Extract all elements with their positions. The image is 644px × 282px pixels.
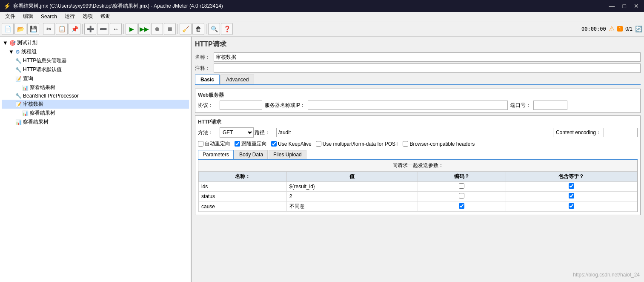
tree-label-thread-group: 线程组 [21, 48, 37, 55]
gear-icon: ⚙ [15, 49, 20, 55]
encoding-label: Content encoding： [556, 129, 601, 136]
keepalive-label: Use KeepAlive [278, 141, 312, 147]
tree-item-result-tree-2[interactable]: 📊 察看结果树 [2, 109, 189, 118]
close-button[interactable]: ✕ [632, 3, 641, 9]
menu-run[interactable]: 运行 [61, 12, 78, 21]
chart-icon-2: 📊 [22, 110, 29, 116]
table-row: status 2 [199, 192, 637, 201]
tree-item-beanshell[interactable]: 🔧 BeanShell PreProcessor [2, 92, 189, 100]
params-table: 名称： 值 编码？ 包含等于？ ids ${result_id} [198, 171, 637, 212]
toolbar-sep-2 [82, 24, 83, 34]
comment-label: 注释： [195, 65, 212, 72]
menu-file[interactable]: 文件 [2, 12, 19, 21]
save-button[interactable]: 💾 [27, 23, 39, 35]
tree-label-beanshell: BeanShell PreProcessor [23, 93, 79, 99]
col-encoded: 编码？ [418, 172, 506, 182]
web-server-section: Web服务器 协议： 服务器名称或IP： 端口号： [195, 89, 641, 113]
follow-redirect-checkbox[interactable] [235, 141, 240, 147]
param-include-3[interactable] [506, 201, 637, 212]
http-request-section: HTTP请求 方法： GET POST PUT DELETE PATCH ▼ 路… [195, 115, 641, 215]
web-server-title: Web服务器 [198, 92, 638, 99]
help-button[interactable]: ❓ [221, 23, 233, 35]
tab-body-data[interactable]: Body Data [235, 150, 268, 159]
tree-item-thread-group[interactable]: ▼ ⚙ 线程组 [2, 47, 189, 56]
browser-headers-checkbox[interactable] [403, 141, 408, 147]
open-button[interactable]: 📂 [14, 23, 26, 35]
tree-item-result-tree-3[interactable]: 📊 察看结果树 [2, 118, 189, 127]
clear-all-button[interactable]: 🗑 [192, 23, 204, 35]
tree-item-http-header[interactable]: 🔧 HTTP信息头管理器 [2, 56, 189, 65]
param-encoded-1[interactable] [418, 182, 506, 192]
find-button[interactable]: 🔍 [208, 23, 220, 35]
cut-button[interactable]: ✂ [43, 23, 55, 35]
port-label: 端口号： [510, 102, 531, 109]
tree-item-test-plan[interactable]: ▼ 🎯 测试计划 [2, 38, 189, 47]
comment-input[interactable] [214, 63, 641, 73]
paste-button[interactable]: 📌 [69, 23, 80, 35]
tab-files-upload[interactable]: Files Upload [269, 150, 306, 159]
minimize-button[interactable]: — [607, 3, 617, 9]
keepalive-checkbox[interactable] [271, 141, 277, 147]
checkbox-auto-redirect[interactable]: 自动重定向 [198, 140, 230, 147]
menu-edit[interactable]: 编辑 [20, 12, 37, 21]
checkbox-keepalive[interactable]: Use KeepAlive [271, 141, 312, 147]
run-all-button[interactable]: ▶▶ [138, 23, 150, 35]
run-button[interactable]: ▶ [126, 23, 137, 35]
toolbar-sep-1 [41, 24, 41, 34]
title-bar-left: ⚡ 察看结果树.jmx (C:\Users\syxy999\Desktop\察看… [3, 3, 223, 10]
checkbox-follow-redirect[interactable]: 跟随重定向 [235, 140, 267, 147]
collapse-button[interactable]: ➖ [97, 23, 109, 35]
tab-basic[interactable]: Basic [195, 75, 220, 84]
path-label: 路径： [255, 129, 274, 136]
page-count: 0/1 [625, 26, 633, 32]
toolbar: 📄 📂 💾 ✂ 📋 📌 ➕ ➖ ↔ ▶ ▶▶ ⏺ ⏹ 🧹 🗑 🔍 ❓ 00:00… [0, 21, 644, 37]
auto-redirect-label: 自动重定向 [205, 140, 230, 147]
checkbox-browser-headers[interactable]: Browser-compatible headers [403, 141, 475, 147]
multipart-checkbox[interactable] [316, 141, 321, 147]
clear-button[interactable]: 🧹 [180, 23, 192, 35]
stop-button[interactable]: ⏺ [151, 23, 163, 35]
tree-label-query: 查询 [23, 75, 33, 82]
tree-item-query[interactable]: 📝 查询 [2, 74, 189, 83]
path-input[interactable] [276, 128, 553, 137]
comment-row: 注释： [195, 63, 641, 73]
auto-redirect-checkbox[interactable] [198, 141, 203, 147]
checkbox-multipart[interactable]: Use multipart/form-data for POST [316, 141, 399, 147]
copy-button[interactable]: 📋 [56, 23, 68, 35]
main-tab-bar: Basic Advanced [195, 75, 641, 85]
encoding-input[interactable] [604, 128, 638, 137]
tree-item-audit[interactable]: 📝 审核数据 [2, 100, 189, 109]
menu-options[interactable]: 选项 [79, 12, 96, 21]
maximize-button[interactable]: □ [621, 3, 628, 9]
port-input[interactable] [533, 101, 567, 110]
title-bar: ⚡ 察看结果树.jmx (C:\Users\syxy999\Desktop\察看… [0, 0, 644, 12]
protocol-input[interactable] [220, 101, 262, 110]
tree-item-result-tree-1[interactable]: 📊 察看结果树 [2, 83, 189, 92]
param-encoded-2[interactable] [418, 192, 506, 201]
param-encoded-3[interactable] [418, 201, 506, 212]
col-value: 值 [286, 172, 418, 182]
stop-all-button[interactable]: ⏹ [164, 23, 176, 35]
table-row: cause 不同意 [199, 201, 637, 212]
tab-advanced[interactable]: Advanced [220, 75, 254, 84]
param-include-1[interactable] [506, 182, 637, 192]
wrench-icon-1: 🔧 [15, 58, 22, 64]
param-include-2[interactable] [506, 192, 637, 201]
tree-expand-icon: ▼ [3, 40, 8, 46]
tree-item-http-defaults[interactable]: 🔧 HTTP请求默认值 [2, 65, 189, 74]
main-layout: ▼ 🎯 测试计划 ▼ ⚙ 线程组 🔧 HTTP信息头管理器 🔧 HTTP请求默认… [0, 37, 644, 282]
toolbar-sep-3 [123, 24, 124, 34]
expand-button[interactable]: ➕ [84, 23, 96, 35]
new-button[interactable]: 📄 [2, 23, 14, 35]
tab-parameters[interactable]: Parameters [198, 150, 234, 159]
param-name-2: status [199, 192, 287, 201]
toggle-button[interactable]: ↔ [110, 23, 122, 35]
name-input[interactable] [214, 52, 641, 62]
warning-icon: ⚠ [609, 25, 615, 33]
param-value-3: 不同意 [286, 201, 418, 212]
menu-help[interactable]: 帮助 [97, 12, 114, 21]
menu-search[interactable]: Search [37, 13, 60, 20]
multipart-label: Use multipart/form-data for POST [323, 141, 399, 147]
target-icon: 🎯 [9, 40, 16, 46]
server-name-input[interactable] [308, 101, 508, 110]
